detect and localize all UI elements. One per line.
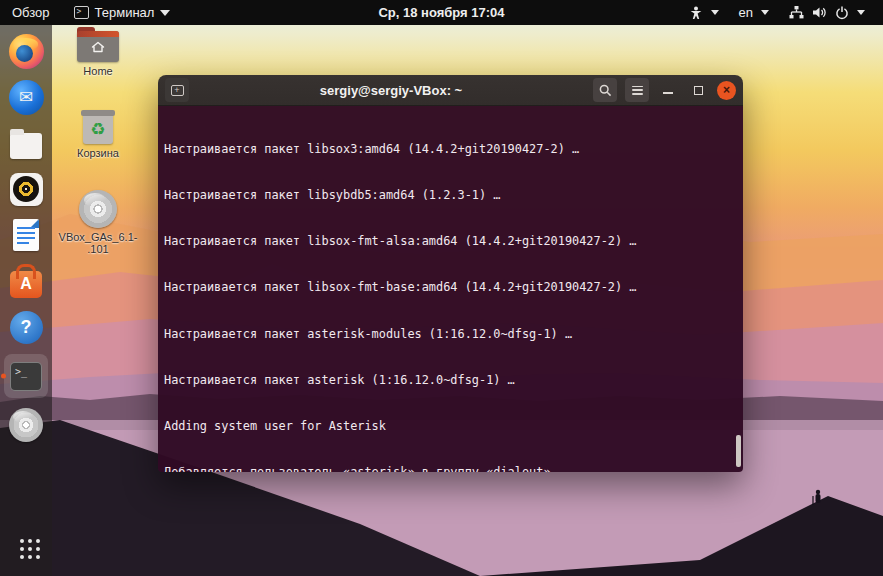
chevron-down-icon (761, 10, 769, 15)
dock-item-app-grid[interactable] (4, 530, 48, 560)
chevron-down-icon (711, 10, 719, 15)
terminal-window: + sergiy@sergiy-VBox: ~ × Настраивается … (158, 75, 743, 472)
dock-item-terminal[interactable]: >_ (4, 354, 48, 398)
minimize-icon (663, 92, 673, 94)
help-icon: ? (10, 311, 43, 344)
keyboard-layout-label: en (739, 5, 753, 20)
keyboard-layout-menu[interactable]: en (729, 0, 779, 25)
terminal-line: Добавляется пользователь «asterisk» в гр… (164, 465, 741, 472)
dock-item-firefox[interactable] (4, 32, 48, 70)
running-indicator (1, 374, 6, 379)
desktop-icon-vbox-cd[interactable]: VBox_GAs_6.1- .101 (58, 190, 138, 255)
dock-item-ubuntu-software[interactable]: A (4, 262, 48, 300)
files-icon (10, 133, 42, 159)
app-menu-label: Терминал (95, 5, 155, 20)
rhythmbox-icon (10, 173, 43, 206)
dock: ✉ A ? >_ (0, 25, 52, 576)
terminal-scrollbar[interactable] (736, 435, 741, 467)
home-folder-icon (77, 31, 119, 62)
search-icon (599, 84, 612, 97)
dock-item-optical-disc[interactable] (4, 406, 48, 444)
chevron-down-icon (857, 10, 865, 15)
trash-icon: ♻ (83, 110, 113, 144)
terminal-line: Настраивается пакет asterisk-modules (1:… (164, 327, 741, 342)
dock-item-thunderbird[interactable]: ✉ (4, 78, 48, 116)
accessibility-menu[interactable] (679, 0, 729, 25)
close-icon: × (723, 81, 730, 100)
cd-disc-icon (79, 190, 117, 228)
activities-button[interactable]: Обзор (0, 0, 62, 25)
desktop-icon-label: Home (83, 65, 112, 77)
ubuntu-software-icon: A (10, 271, 42, 298)
search-button[interactable] (593, 78, 617, 102)
dock-item-libreoffice-writer[interactable] (4, 216, 48, 254)
thunderbird-icon: ✉ (9, 80, 44, 115)
desktop-icon-label: Корзина (77, 147, 119, 159)
chevron-down-icon (160, 10, 170, 16)
top-bar: Обзор > Терминал Ср, 18 ноября 17:04 en (0, 0, 883, 25)
desktop: Обзор > Терминал Ср, 18 ноября 17:04 en (0, 0, 883, 576)
clock[interactable]: Ср, 18 ноября 17:04 (366, 0, 516, 25)
window-title: sergiy@sergiy-VBox: ~ (197, 83, 585, 98)
terminal-icon: >_ (10, 362, 42, 391)
recycle-symbol: ♻ (90, 121, 105, 138)
volume-icon (812, 6, 827, 19)
maximize-icon (694, 86, 703, 95)
new-tab-icon: + (171, 85, 184, 96)
network-icon (789, 6, 804, 19)
maximize-button[interactable] (687, 79, 709, 101)
new-tab-button[interactable]: + (165, 78, 189, 102)
desktop-icon-label: VBox_GAs_6.1- .101 (59, 231, 138, 255)
hamburger-icon (632, 86, 643, 95)
terminal-line: Настраивается пакет libsox3:amd64 (14.4.… (164, 142, 741, 157)
app-menu[interactable]: > Терминал (62, 0, 183, 25)
terminal-line: Настраивается пакет libsybdb5:amd64 (1.2… (164, 188, 741, 203)
terminal-app-icon: > (74, 6, 89, 19)
minimize-button[interactable] (657, 79, 679, 101)
desktop-icon-trash[interactable]: ♻ Корзина (58, 110, 138, 159)
terminal-line: Настраивается пакет libsox-fmt-base:amd6… (164, 280, 741, 295)
firefox-icon (9, 34, 44, 69)
terminal-titlebar[interactable]: + sergiy@sergiy-VBox: ~ × (158, 75, 743, 106)
terminal-output: Настраивается пакет libsox3:amd64 (14.4.… (158, 106, 743, 472)
optical-disc-icon (9, 408, 43, 442)
terminal-line: Adding system user for Asterisk (164, 419, 741, 434)
terminal-line: Настраивается пакет asterisk (1:16.12.0~… (164, 373, 741, 388)
close-button[interactable]: × (717, 81, 736, 100)
terminal-line: Настраивается пакет libsox-fmt-alsa:amd6… (164, 234, 741, 249)
dock-item-help[interactable]: ? (4, 308, 48, 346)
desktop-icon-home[interactable]: Home (58, 31, 138, 77)
system-menu[interactable] (779, 0, 875, 25)
dock-item-rhythmbox[interactable] (4, 170, 48, 208)
power-icon (835, 6, 849, 20)
menu-button[interactable] (625, 78, 649, 102)
app-grid-icon (20, 539, 24, 543)
libreoffice-writer-icon (13, 219, 39, 251)
dock-item-files[interactable] (4, 124, 48, 162)
accessibility-icon (689, 6, 703, 20)
